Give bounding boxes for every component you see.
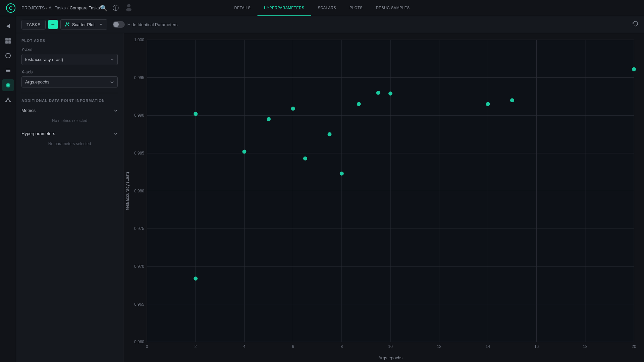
svg-line-18: [8, 99, 10, 101]
data-point[interactable]: [267, 117, 271, 121]
scatter-label: Scatter Plot: [72, 22, 95, 27]
additional-data-section: ADDITIONAL DATA POINT INFORMATION Metric…: [21, 99, 118, 150]
svg-text:10: 10: [388, 344, 393, 349]
svg-marker-4: [6, 24, 10, 28]
x-axis-value: Args.epochs: [25, 79, 49, 84]
y-axis-label: Y-axis: [21, 47, 118, 52]
svg-text:Args.epochs: Args.epochs: [378, 355, 403, 360]
svg-point-2: [127, 4, 130, 7]
data-point[interactable]: [486, 102, 490, 106]
data-point[interactable]: [303, 157, 307, 161]
help-icon[interactable]: ⓘ: [113, 4, 119, 12]
data-point[interactable]: [328, 132, 332, 136]
svg-point-21: [68, 22, 69, 24]
svg-text:0.980: 0.980: [134, 189, 144, 193]
svg-text:0: 0: [146, 344, 148, 349]
left-sidebar: [0, 16, 16, 362]
scatter-plot-dropdown[interactable]: Scatter Plot: [60, 19, 107, 29]
hide-identical-label: Hide Identical Parameters: [127, 22, 178, 27]
data-point[interactable]: [376, 91, 380, 95]
hide-identical-toggle[interactable]: [113, 21, 125, 28]
svg-text:14: 14: [486, 344, 490, 349]
breadcrumb-compare-tasks: Compare Tasks: [70, 5, 100, 10]
metrics-label: Metrics: [21, 108, 36, 113]
user-icon[interactable]: [124, 2, 133, 13]
hyperparameters-collapsible[interactable]: Hyperparameters: [21, 130, 118, 137]
control-panel: PLOT AXES Y-axis test/accuracy (Last) X-…: [16, 33, 123, 362]
x-axis-select[interactable]: Args.epochs: [21, 76, 118, 87]
add-icon: +: [51, 21, 55, 28]
svg-text:8: 8: [340, 344, 343, 349]
svg-rect-6: [8, 38, 11, 41]
add-task-button[interactable]: +: [48, 20, 58, 29]
svg-rect-8: [8, 41, 11, 44]
svg-point-19: [65, 25, 66, 26]
svg-point-16: [9, 101, 11, 102]
svg-point-9: [6, 53, 10, 58]
svg-text:0.990: 0.990: [134, 113, 144, 118]
tab-plots[interactable]: PLOTS: [343, 0, 369, 16]
svg-text:0.960: 0.960: [134, 340, 144, 344]
search-icon[interactable]: 🔍: [100, 4, 107, 12]
tasks-label: TASKS: [26, 22, 41, 27]
x-axis-label: X-axis: [21, 70, 118, 74]
sidebar-icon-circle[interactable]: [2, 50, 14, 62]
breadcrumb-all-tasks[interactable]: All Tasks: [49, 5, 66, 10]
breadcrumb: PROJECTS / All Tasks / Compare Tasks: [21, 5, 100, 10]
svg-point-15: [5, 101, 7, 102]
tab-details[interactable]: DETAILS: [228, 0, 258, 16]
svg-rect-12: [6, 71, 10, 72]
y-axis-value: test/accuracy (Last): [25, 57, 63, 62]
scatter-icon: [65, 22, 70, 27]
hyperparameters-chevron-icon: [114, 132, 118, 136]
data-point[interactable]: [194, 277, 198, 281]
x-axis-chevron-icon: [110, 80, 114, 84]
data-point[interactable]: [242, 149, 246, 154]
svg-point-23: [68, 25, 69, 26]
hyperparameters-label: Hyperparameters: [21, 131, 55, 136]
scatter-chart[interactable]: 024681012141618200.9600.9650.9700.9750.9…: [123, 33, 644, 362]
hide-identical-toggle-wrap: Hide Identical Parameters: [113, 21, 178, 28]
sidebar-icon-arrow[interactable]: [2, 20, 14, 32]
data-point[interactable]: [357, 102, 361, 106]
svg-text:2: 2: [195, 344, 197, 349]
y-axis-select[interactable]: test/accuracy (Last): [21, 54, 118, 65]
svg-rect-5: [5, 38, 8, 41]
svg-text:1.000: 1.000: [134, 38, 144, 42]
toolbar-right: [632, 20, 639, 29]
tab-hyperparameters[interactable]: HYPERPARAMETERS: [257, 0, 311, 16]
sidebar-icon-grid[interactable]: [2, 35, 14, 47]
metrics-collapsible[interactable]: Metrics: [21, 107, 118, 114]
app-logo: C: [5, 3, 16, 13]
tab-scalars[interactable]: SCALARS: [311, 0, 343, 16]
data-point[interactable]: [194, 112, 198, 116]
svg-text:0.970: 0.970: [134, 264, 144, 269]
top-tabs: DETAILSHYPERPARAMETERSSCALARSPLOTSDEBUG …: [228, 0, 417, 16]
topbar-actions: 🔍 ⓘ: [100, 2, 133, 13]
sidebar-icon-network[interactable]: [2, 94, 14, 106]
toolbar: TASKS + Scatter Plot: [16, 16, 644, 33]
tasks-button[interactable]: TASKS: [21, 20, 46, 29]
y-axis-chevron-icon: [110, 58, 114, 62]
data-point[interactable]: [388, 92, 392, 96]
additional-title: ADDITIONAL DATA POINT INFORMATION: [21, 99, 118, 103]
data-point[interactable]: [510, 98, 514, 102]
svg-text:12: 12: [437, 344, 442, 349]
data-point[interactable]: [632, 67, 636, 71]
svg-point-14: [7, 98, 9, 99]
svg-point-3: [126, 8, 131, 11]
breadcrumb-projects[interactable]: PROJECTS: [21, 5, 45, 10]
refresh-icon[interactable]: [632, 22, 639, 28]
sidebar-icon-layers[interactable]: [2, 64, 14, 76]
sidebar-icon-settings[interactable]: [2, 79, 14, 91]
data-point[interactable]: [291, 107, 295, 111]
svg-point-22: [66, 22, 67, 24]
tab-debug-samples[interactable]: DEBUG SAMPLES: [369, 0, 417, 16]
no-metrics-text: No metrics selected: [21, 114, 118, 127]
svg-text:6: 6: [292, 344, 294, 349]
dropdown-chevron-icon: [99, 22, 103, 26]
svg-text:0.965: 0.965: [134, 302, 144, 307]
data-point[interactable]: [340, 172, 344, 176]
svg-rect-10: [6, 69, 10, 69]
svg-line-17: [6, 99, 8, 101]
